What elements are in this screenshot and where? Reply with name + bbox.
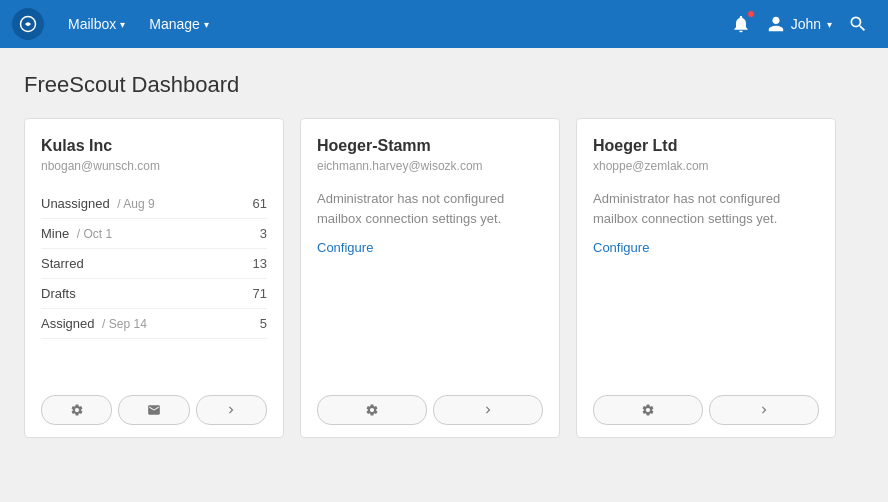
email-icon xyxy=(147,403,161,417)
goto-button[interactable] xyxy=(196,395,267,425)
navbar: Mailbox ▾ Manage ▾ John ▾ xyxy=(0,0,888,48)
gear-icon xyxy=(641,403,655,417)
notification-dot xyxy=(747,10,755,18)
manage-chevron-icon: ▾ xyxy=(204,19,209,30)
configure-link[interactable]: Configure xyxy=(317,240,543,255)
card-hoeger-ltd: Hoeger Ltd xhoppe@zemlak.com Administrat… xyxy=(576,118,836,438)
notifications-button[interactable] xyxy=(723,6,759,42)
search-button[interactable] xyxy=(840,6,876,42)
card-title: Hoeger-Stamm xyxy=(317,137,543,155)
card-hoeger-stamm: Hoeger-Stamm eichmann.harvey@wisozk.com … xyxy=(300,118,560,438)
email-button[interactable] xyxy=(118,395,189,425)
page-content: FreeScout Dashboard Kulas Inc nbogan@wun… xyxy=(0,48,888,462)
stat-mine: Mine / Oct 1 3 xyxy=(41,219,267,249)
not-configured-message: Administrator has not configured mailbox… xyxy=(317,189,543,228)
card-title: Kulas Inc xyxy=(41,137,267,155)
settings-button[interactable] xyxy=(593,395,703,425)
card-kulas-inc: Kulas Inc nbogan@wunsch.com Unassigned /… xyxy=(24,118,284,438)
card-email: xhoppe@zemlak.com xyxy=(593,159,819,173)
goto-button[interactable] xyxy=(433,395,543,425)
stat-assigned: Assigned / Sep 14 5 xyxy=(41,309,267,339)
gear-icon xyxy=(365,403,379,417)
arrow-right-icon xyxy=(224,403,238,417)
app-logo[interactable] xyxy=(12,8,44,40)
configure-link[interactable]: Configure xyxy=(593,240,819,255)
arrow-right-icon xyxy=(481,403,495,417)
cards-row: Kulas Inc nbogan@wunsch.com Unassigned /… xyxy=(24,118,864,438)
not-configured-message: Administrator has not configured mailbox… xyxy=(593,189,819,228)
goto-button[interactable] xyxy=(709,395,819,425)
manage-menu[interactable]: Manage ▾ xyxy=(137,0,221,48)
card-email: nbogan@wunsch.com xyxy=(41,159,267,173)
arrow-right-icon xyxy=(757,403,771,417)
mailbox-chevron-icon: ▾ xyxy=(120,19,125,30)
stat-unassigned: Unassigned / Aug 9 61 xyxy=(41,189,267,219)
stat-drafts: Drafts 71 xyxy=(41,279,267,309)
card-footer xyxy=(593,383,819,425)
settings-button[interactable] xyxy=(41,395,112,425)
mailbox-menu[interactable]: Mailbox ▾ xyxy=(56,0,137,48)
user-chevron-icon: ▾ xyxy=(827,19,832,30)
stat-starred: Starred 13 xyxy=(41,249,267,279)
gear-icon xyxy=(70,403,84,417)
card-title: Hoeger Ltd xyxy=(593,137,819,155)
settings-button[interactable] xyxy=(317,395,427,425)
page-title: FreeScout Dashboard xyxy=(24,72,864,98)
card-email: eichmann.harvey@wisozk.com xyxy=(317,159,543,173)
card-footer xyxy=(41,383,267,425)
card-footer xyxy=(317,383,543,425)
user-menu[interactable]: John ▾ xyxy=(759,0,840,48)
